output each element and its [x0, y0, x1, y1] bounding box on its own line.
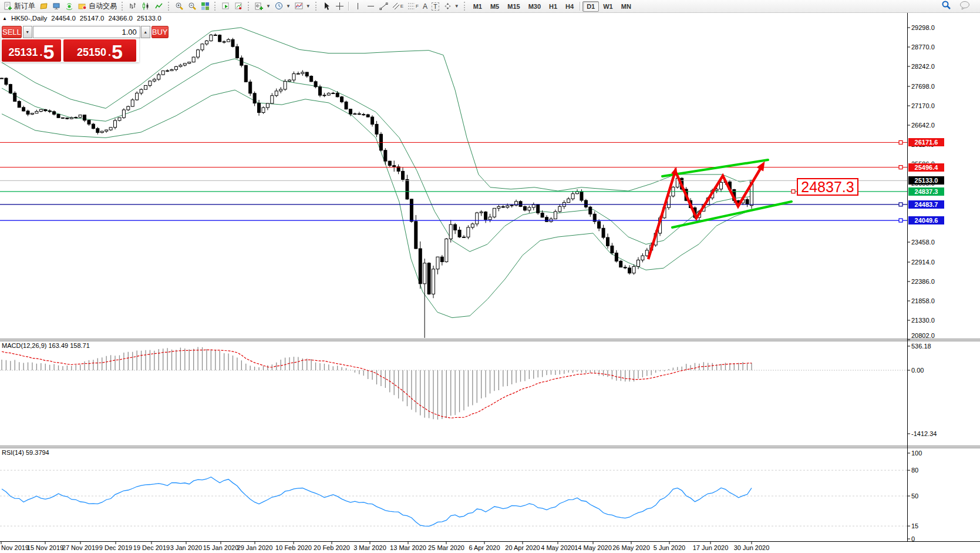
terminals-button[interactable] — [50, 1, 63, 12]
new-chart-icon — [255, 2, 264, 11]
cursor-button[interactable] — [321, 1, 333, 12]
horizontal-line-button[interactable] — [365, 1, 377, 12]
volume-decrease-button[interactable]: ▼ — [23, 26, 32, 38]
toolbar: 新订单 自动交易 ▼ ▼ — [0, 0, 980, 13]
date-label: 19 Dec 2019 — [133, 544, 170, 551]
label-icon: T — [432, 2, 439, 11]
sell-price-frac: 5 — [43, 43, 55, 61]
line-chart-icon — [154, 2, 163, 11]
price-annotation-label[interactable]: 24837.3 — [797, 178, 858, 196]
price-tick-label: 20802.0 — [911, 332, 935, 339]
timeframe-W1[interactable]: W1 — [599, 1, 617, 12]
sell-button[interactable]: SELL — [2, 26, 22, 38]
rsi-axis-label: 100 — [911, 450, 922, 457]
macd-axis-label: -1412.34 — [911, 430, 937, 437]
crosshair-icon — [335, 2, 344, 11]
date-label: 5 Jun 2020 — [654, 544, 685, 551]
date-label: 30 Jun 2020 — [734, 544, 770, 551]
channel-button[interactable]: E — [390, 1, 405, 12]
zoom-out-button[interactable] — [186, 1, 198, 12]
search-button[interactable] — [941, 0, 951, 12]
channel-letter: E — [400, 4, 403, 9]
date-label: 20 Feb 2020 — [314, 544, 350, 551]
rsi-axis-label: 15 — [911, 522, 918, 529]
tile-windows-button[interactable] — [199, 1, 211, 12]
market-watch-icon — [39, 2, 48, 11]
price-tick-label: 26642.0 — [911, 122, 935, 129]
timeframe-M5[interactable]: M5 — [486, 1, 503, 12]
chevron-down-icon: ▼ — [306, 4, 311, 9]
buy-price-dot: . — [108, 44, 111, 61]
buy-price-display[interactable]: 25150.5 — [63, 39, 136, 62]
shapes-dropdown[interactable]: ▼ — [442, 1, 461, 12]
toolbar-grip — [122, 2, 124, 11]
indicators-dropdown[interactable]: ▼ — [293, 1, 312, 12]
sell-price-display[interactable]: 25131.5 — [2, 39, 61, 62]
label-button[interactable]: T — [430, 1, 441, 12]
fibonacci-button[interactable]: F — [406, 1, 420, 12]
volume-input[interactable] — [33, 26, 140, 38]
date-label: 4 May 2020 — [541, 544, 574, 551]
candlestick-chart-button[interactable] — [140, 1, 152, 12]
buy-button[interactable]: BUY — [151, 26, 169, 38]
price-tick-label: 22386.0 — [911, 278, 935, 285]
bollinger-middle-line — [2, 59, 752, 252]
profiles-button[interactable] — [220, 1, 232, 12]
bar-chart-button[interactable] — [127, 1, 139, 12]
new-order-icon — [4, 2, 12, 11]
price-tag-24837.3: 24837.3 — [908, 187, 944, 196]
macd-axis-label: 536.18 — [911, 343, 931, 350]
timeframe-M30[interactable]: M30 — [524, 1, 545, 12]
chart-high-value: 25147.0 — [80, 15, 105, 22]
chart-canvas[interactable] — [0, 13, 980, 553]
price-tick-label: 29298.0 — [911, 24, 935, 31]
vertical-line-icon — [353, 2, 362, 11]
toolbar-separator — [348, 2, 349, 11]
price-tag-25496.4: 25496.4 — [908, 163, 944, 172]
date-label: 17 Jun 2020 — [693, 544, 729, 551]
rsi-line — [2, 477, 752, 527]
timeframe-M1[interactable]: M1 — [469, 1, 486, 12]
new-order-button[interactable]: 新订单 — [2, 1, 37, 12]
channel-icon — [392, 2, 400, 10]
text-icon: A — [423, 2, 427, 11]
timeframe-D1[interactable]: D1 — [582, 1, 599, 12]
line-chart-button[interactable] — [153, 1, 165, 12]
date-label: 10 Feb 2020 — [275, 544, 312, 551]
level-marker — [899, 203, 902, 206]
market-watch-button[interactable] — [38, 1, 50, 12]
timeframe-H1[interactable]: H1 — [545, 1, 561, 12]
trading-terminal: { "toolbar": { "new_order_label": "新订单",… — [0, 0, 980, 553]
buy-price-frac: 5 — [112, 43, 123, 61]
auto-trading-button[interactable]: 自动交易 — [76, 1, 119, 12]
date-label: 15 Nov 2019 — [27, 544, 63, 551]
cursor-icon — [322, 2, 331, 11]
shapes-icon — [443, 2, 452, 11]
vertical-line-button[interactable] — [352, 1, 364, 12]
trendline-button[interactable] — [378, 1, 390, 12]
timeframe-H4[interactable]: H4 — [561, 1, 578, 12]
signals-button[interactable] — [63, 1, 76, 12]
templates-button[interactable] — [233, 1, 245, 12]
price-tick-label: 27698.0 — [911, 83, 935, 90]
level-marker — [899, 166, 902, 169]
crosshair-button[interactable] — [334, 1, 346, 12]
price-tick-label: 21330.0 — [911, 317, 935, 324]
timeframe-M15[interactable]: M15 — [503, 1, 524, 12]
chat-button[interactable] — [959, 1, 970, 12]
new-order-label: 新订单 — [14, 1, 35, 11]
volume-increase-button[interactable]: ▲ — [141, 26, 150, 38]
candlestick-chart-icon — [142, 2, 150, 11]
zoom-in-button[interactable] — [173, 1, 186, 12]
price-tick-label: 28242.0 — [911, 63, 935, 70]
level-marker — [899, 140, 902, 144]
price-tag-24483.7: 24483.7 — [908, 200, 944, 209]
trendline-icon — [379, 2, 388, 11]
periods-dropdown[interactable]: ▼ — [273, 1, 292, 12]
rsi-indicator-label: RSI(14) 59.3794 — [2, 449, 49, 456]
macd-axis-label: 0.00 — [911, 367, 924, 374]
timeframe-MN[interactable]: MN — [617, 1, 635, 12]
chart-symbol-title: HK50-,Daily — [11, 15, 47, 22]
text-button[interactable]: A — [421, 1, 429, 12]
new-chart-dropdown[interactable]: ▼ — [253, 1, 272, 12]
